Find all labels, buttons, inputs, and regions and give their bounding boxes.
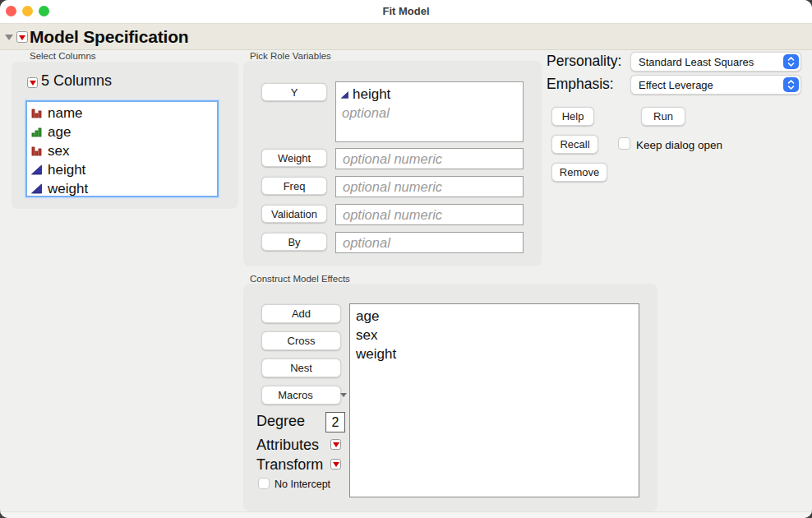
- list-item-sex[interactable]: sex: [27, 141, 217, 160]
- run-button[interactable]: Run: [641, 107, 685, 126]
- macros-button[interactable]: Macros: [261, 386, 341, 405]
- columns-count-label: 5 Columns: [41, 72, 112, 90]
- no-intercept-checkbox[interactable]: [258, 478, 270, 489]
- construct-model-effects-panel: Add Cross Nest Macros Degree 2 Attribute…: [243, 284, 657, 511]
- by-drop-zone[interactable]: optional: [335, 232, 524, 253]
- list-item-name[interactable]: name: [27, 104, 217, 123]
- effect-item[interactable]: weight: [356, 345, 639, 363]
- weight-placeholder: optional numeric: [343, 151, 442, 167]
- personality-select[interactable]: Standard Least Squares: [630, 52, 801, 72]
- nest-button[interactable]: Nest: [261, 358, 341, 377]
- popup-chevrons-icon: [783, 54, 799, 69]
- list-item-height[interactable]: height: [27, 160, 217, 179]
- model-specification-header: Model Specification: [0, 23, 812, 50]
- emphasis-value: Effect Leverage: [639, 79, 713, 91]
- pick-role-variables-label: Pick Role Variables: [250, 51, 331, 61]
- attributes-menu-icon[interactable]: [330, 439, 341, 450]
- emphasis-select[interactable]: Effect Leverage: [630, 75, 801, 95]
- y-variable-name: height: [353, 86, 390, 103]
- macros-dropdown-arrow-icon: [340, 393, 347, 397]
- help-button[interactable]: Help: [551, 107, 594, 126]
- pick-role-variables-panel: Y height optional Weight optional numeri…: [243, 61, 542, 266]
- list-item-age[interactable]: age: [27, 123, 217, 141]
- freq-placeholder: optional numeric: [343, 179, 442, 195]
- window-bottom-edge: [0, 511, 812, 518]
- remove-button[interactable]: Remove: [551, 163, 607, 182]
- no-intercept-label: No Intercept: [275, 479, 330, 490]
- effect-item[interactable]: age: [356, 307, 639, 326]
- red-triangle-menu-icon[interactable]: [16, 31, 28, 43]
- nominal-icon: [31, 146, 42, 156]
- column-name: sex: [48, 143, 69, 160]
- degree-input[interactable]: 2: [325, 412, 345, 432]
- continuous-icon: [31, 183, 42, 194]
- weight-button[interactable]: Weight: [261, 149, 327, 167]
- validation-placeholder: optional numeric: [343, 207, 442, 223]
- nominal-icon: [31, 108, 42, 118]
- freq-drop-zone[interactable]: optional numeric: [335, 176, 524, 197]
- y-variable-height[interactable]: height: [336, 82, 523, 103]
- by-placeholder: optional: [343, 235, 390, 251]
- keep-dialog-open-label: Keep dialog open: [636, 139, 722, 151]
- model-effects-list[interactable]: age sex weight: [349, 303, 639, 497]
- recall-button[interactable]: Recall: [551, 135, 598, 154]
- column-name: name: [48, 105, 83, 122]
- cross-button[interactable]: Cross: [261, 331, 341, 350]
- titlebar: Fit Model: [0, 0, 812, 23]
- emphasis-label: Emphasis:: [547, 76, 614, 93]
- construct-model-effects-label: Construct Model Effects: [250, 274, 350, 284]
- column-name: weight: [48, 181, 88, 197]
- degree-label: Degree: [256, 413, 305, 430]
- window-title: Fit Model: [0, 5, 812, 17]
- personality-label: Personality:: [547, 53, 621, 70]
- validation-drop-zone[interactable]: optional numeric: [335, 204, 524, 225]
- select-columns-panel: 5 Columns name age sex height weight: [12, 62, 238, 209]
- list-item-weight[interactable]: weight: [27, 179, 217, 198]
- columns-menu-icon[interactable]: [27, 77, 38, 88]
- column-name: age: [48, 124, 71, 141]
- weight-drop-zone[interactable]: optional numeric: [335, 148, 524, 169]
- continuous-icon: [31, 164, 42, 175]
- y-placeholder: optional: [336, 103, 523, 121]
- validation-button[interactable]: Validation: [261, 205, 327, 223]
- y-drop-zone[interactable]: height optional: [335, 81, 524, 142]
- select-columns-label: Select Columns: [30, 51, 96, 61]
- personality-value: Standard Least Squares: [639, 56, 754, 68]
- effect-item[interactable]: sex: [356, 326, 639, 345]
- continuous-icon: [341, 91, 348, 99]
- popup-chevrons-icon: [783, 77, 799, 92]
- fit-model-window: Fit Model Model Specification Select Col…: [0, 0, 812, 518]
- keep-dialog-open-checkbox[interactable]: [618, 137, 630, 150]
- transform-label: Transform: [256, 456, 323, 474]
- transform-menu-icon[interactable]: [330, 459, 341, 469]
- freq-button[interactable]: Freq: [261, 177, 327, 195]
- ordinal-icon: [31, 127, 42, 137]
- page-title: Model Specification: [30, 27, 188, 47]
- by-button[interactable]: By: [261, 233, 327, 251]
- collapse-triangle-icon[interactable]: [5, 35, 13, 40]
- y-button[interactable]: Y: [261, 83, 327, 101]
- add-button[interactable]: Add: [261, 304, 341, 323]
- column-name: height: [48, 162, 85, 178]
- columns-list[interactable]: name age sex height weight: [25, 100, 219, 197]
- attributes-label: Attributes: [256, 437, 319, 454]
